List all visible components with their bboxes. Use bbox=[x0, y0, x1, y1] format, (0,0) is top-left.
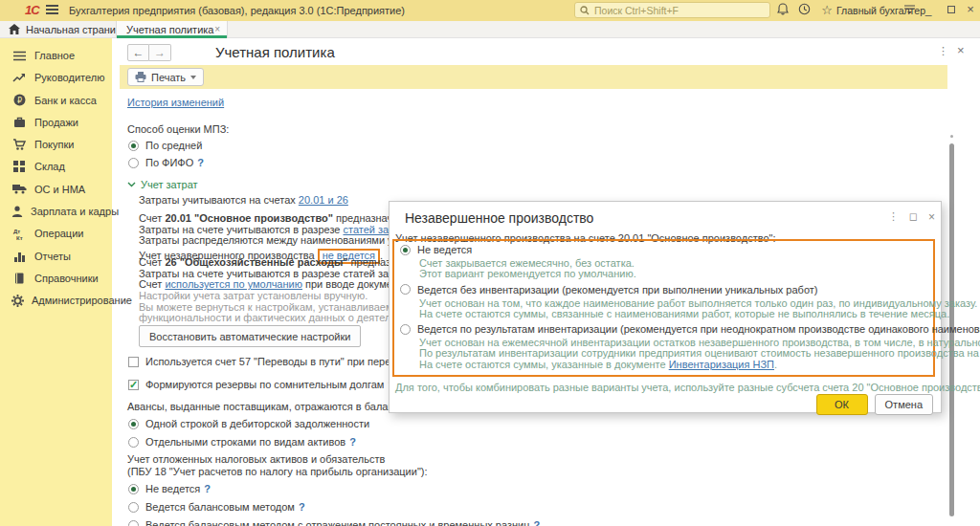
service-menu-icon[interactable] bbox=[903, 3, 919, 18]
app-title: Бухгалтерия предприятия (базовая), редак… bbox=[69, 5, 405, 16]
radio-wip-not-kept[interactable]: Не ведется bbox=[400, 244, 927, 255]
option-description: Учет основан на ежемесячной инвентаризац… bbox=[419, 338, 927, 370]
radio-deferred-balance-method[interactable]: Ведется балансовым методом ? bbox=[128, 501, 305, 513]
option-description: Учет основан на том, что каждое наименов… bbox=[419, 298, 927, 320]
option-description: Счет закрывается ежемесячно, без остатка… bbox=[419, 258, 927, 280]
notifications-bell-icon[interactable] bbox=[777, 3, 792, 18]
cancel-button[interactable]: Отмена bbox=[875, 394, 933, 415]
radio-fifo[interactable]: По ФИФО ? bbox=[128, 157, 204, 168]
sidebar-item-bank-cash[interactable]: ₽ Банк и касса bbox=[11, 94, 112, 107]
tab-home[interactable]: Начальная страница bbox=[26, 24, 127, 35]
print-dropdown-caret bbox=[190, 76, 196, 79]
sidebar-item-purchases[interactable]: Покупки bbox=[11, 138, 112, 151]
radio-advances-separate-lines[interactable]: Отдельными строками по видам активов ? bbox=[128, 436, 356, 448]
sidebar-item-directories[interactable]: Справочники bbox=[11, 272, 112, 285]
costs-section-header[interactable]: Учет затрат bbox=[127, 179, 198, 190]
radio-circle-icon bbox=[128, 502, 139, 513]
blocks-grid-icon bbox=[11, 160, 27, 173]
dialog-title: Незавершенное производство bbox=[405, 210, 593, 226]
sidebar-item-reports[interactable]: Отчеты bbox=[11, 250, 112, 263]
radio-deferred-balance-method-differences[interactable]: Ведется балансовым методом с отражением … bbox=[128, 519, 540, 526]
deferred-tax-label: Учет отложенных налоговых активов и обяз… bbox=[127, 453, 428, 477]
svg-text:Дт: Дт bbox=[13, 229, 20, 234]
costs-accounts-line: Затраты учитываются на счетах 20.01 и 26 bbox=[139, 195, 348, 207]
dialog-buttons: ОК Отмена bbox=[816, 394, 933, 415]
sidebar-item-manager[interactable]: Руководителю bbox=[11, 71, 112, 84]
radio-circle-icon bbox=[400, 245, 411, 255]
mpz-method-label: Способ оценки МПЗ: bbox=[127, 123, 229, 135]
tab-close-icon[interactable]: × bbox=[214, 24, 220, 34]
radio-advances-single-line[interactable]: Одной строкой в дебиторской задолженност… bbox=[128, 418, 369, 429]
sidebar-item-operations[interactable]: ДтКт Операции bbox=[11, 227, 112, 240]
sidebar-item-warehouse[interactable]: Склад bbox=[11, 160, 112, 173]
person-icon bbox=[11, 205, 23, 218]
forward-button[interactable]: → bbox=[149, 44, 171, 61]
truck-icon bbox=[11, 183, 27, 196]
back-button[interactable]: ← bbox=[127, 44, 149, 61]
dialog-close-icon[interactable]: × bbox=[928, 210, 935, 224]
1c-logo-icon: 1С bbox=[25, 3, 39, 17]
sidebar-item-main[interactable]: Главное bbox=[11, 49, 112, 62]
radio-deferred-not-kept[interactable]: Не ведется ? bbox=[128, 483, 211, 494]
radio-circle-icon bbox=[400, 284, 411, 295]
help-question-link[interactable]: ? bbox=[534, 519, 541, 526]
accounts-link[interactable]: 20.01 и 26 bbox=[299, 194, 348, 206]
radio-average[interactable]: По средней bbox=[128, 140, 202, 151]
main-menu-icon[interactable] bbox=[46, 5, 58, 15]
radio-circle-icon bbox=[128, 419, 139, 429]
history-changes-link[interactable]: История изменений bbox=[127, 97, 224, 108]
form-close-icon[interactable]: × bbox=[957, 43, 965, 57]
bar-chart-icon bbox=[11, 250, 27, 263]
dialog-more-icon[interactable]: ⋮ bbox=[888, 210, 899, 223]
restore-auto-settings-button[interactable]: Восстановить автоматические настройки bbox=[139, 325, 361, 347]
checkbox-icon bbox=[128, 357, 139, 367]
close-window-button[interactable]: × bbox=[963, 2, 978, 17]
tab-accounting-policy[interactable]: Учетная политика × bbox=[116, 21, 228, 38]
briefcase-icon bbox=[11, 116, 27, 129]
nav-history-buttons: ← → bbox=[127, 44, 171, 61]
radio-circle-icon bbox=[128, 437, 139, 448]
radio-circle-icon bbox=[128, 484, 139, 494]
form-more-icon[interactable]: ⋮ bbox=[938, 45, 948, 57]
dialog-footer-note: Для того, чтобы комбинировать разные вар… bbox=[395, 382, 980, 393]
default-use-link[interactable]: используется по умолчанию bbox=[165, 278, 302, 290]
scrollbar-up-arrow[interactable] bbox=[950, 135, 953, 138]
radio-wip-without-inventory[interactable]: Ведется без инвентаризации (рекомендуетс… bbox=[400, 284, 927, 296]
trend-chart-icon bbox=[11, 71, 27, 84]
page-title: Учетная политика bbox=[215, 44, 335, 60]
cart-icon bbox=[11, 138, 27, 151]
gear-icon bbox=[11, 294, 24, 307]
advances-label: Авансы, выданные поставщикам, отражаются… bbox=[127, 401, 408, 412]
checkbox-doubtful-reserves[interactable]: ✓ Формируются резервы по сомнительным до… bbox=[128, 379, 394, 390]
ok-button[interactable]: ОК bbox=[816, 394, 868, 415]
options-highlight-box: Не ведется Счет закрывается ежемесячно, … bbox=[392, 239, 935, 377]
dialog-maximize-icon[interactable]: ◻ bbox=[909, 210, 918, 223]
help-question-link[interactable]: ? bbox=[299, 501, 305, 513]
checkbox-checked-icon: ✓ bbox=[128, 380, 139, 390]
help-question-link[interactable]: ? bbox=[349, 436, 356, 448]
sidebar-item-administration[interactable]: Администрирование bbox=[11, 294, 112, 307]
help-question-link[interactable]: ? bbox=[204, 483, 211, 494]
global-search-input[interactable]: Поиск Ctrl+Shift+F bbox=[574, 2, 770, 18]
print-button[interactable]: Печать bbox=[127, 68, 204, 86]
form-toolbar: Печать bbox=[120, 65, 947, 89]
minimize-button[interactable]: _ bbox=[921, 2, 936, 17]
sidebar-item-sales[interactable]: Продажи bbox=[11, 116, 112, 129]
title-bar: 1С Бухгалтерия предприятия (базовая), ре… bbox=[0, 0, 980, 21]
history-clock-icon[interactable] bbox=[798, 3, 813, 18]
svg-text:Кт: Кт bbox=[16, 234, 23, 240]
radio-circle-icon bbox=[128, 158, 139, 168]
home-icon[interactable] bbox=[9, 24, 20, 34]
help-question-link[interactable]: ? bbox=[197, 157, 204, 168]
sidebar-item-payroll-hr[interactable]: Зарплата и кадры bbox=[11, 205, 112, 218]
chevron-down-icon bbox=[127, 182, 136, 187]
radio-circle-icon bbox=[400, 324, 411, 335]
search-icon bbox=[580, 6, 590, 15]
sidebar-nav: Главное Руководителю ₽ Банк и касса Прод… bbox=[0, 38, 112, 526]
sidebar-item-fixed-assets[interactable]: ОС и НМА bbox=[11, 183, 112, 196]
maximize-button[interactable] bbox=[944, 2, 959, 17]
radio-wip-by-inventory[interactable]: Ведется по результатам инвентаризации (р… bbox=[400, 323, 927, 335]
menu-lines-icon bbox=[11, 49, 27, 62]
favorites-star-icon[interactable]: ☆ bbox=[819, 3, 835, 18]
wip-inventory-doc-link[interactable]: Инвентаризация НЗП bbox=[669, 359, 774, 370]
